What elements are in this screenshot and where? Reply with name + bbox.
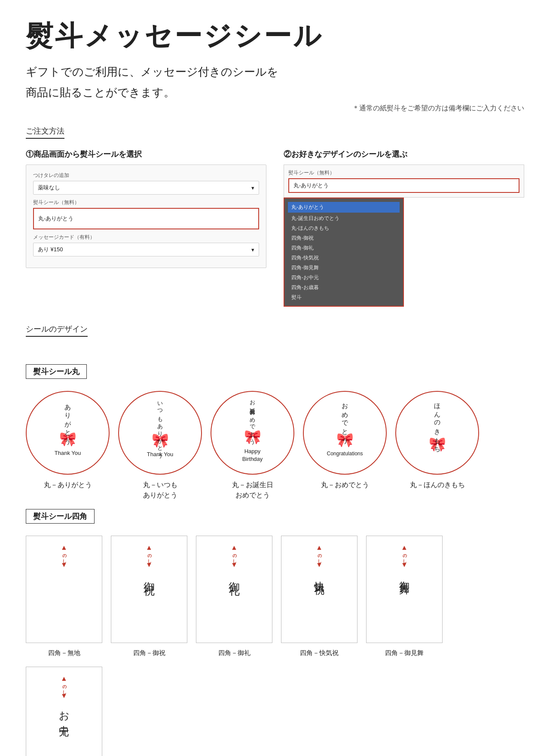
square-seal-muji: ▲ のし ▼ bbox=[26, 536, 102, 643]
mock-row-noshi: 熨斗シール（無料） 丸-ありがとう bbox=[33, 199, 259, 229]
circle-seal-arigatou: ありがとう 🎀 Thank You bbox=[26, 391, 110, 475]
list-item: ▲ のし ▼ 快気祝 四角－快気祝 bbox=[281, 536, 358, 658]
mock-select-noshi: 丸-ありがとう bbox=[33, 208, 259, 229]
square-seals-section: 熨斗シール四角 ▲ のし ▼ 四角－無地 ▲ のし ▼ 御祝 bbox=[26, 509, 524, 756]
square-seal-ochugen: ▲ のし ▼ お中元 bbox=[26, 667, 102, 756]
list-item: ▲ のし ▼ 御見舞 四角－御見舞 bbox=[366, 536, 443, 658]
mock-ui-right: 熨斗シール（無料） 丸-ありがとう 丸-ありがとう 丸-誕生日おめでとう 丸-ほ… bbox=[284, 165, 524, 307]
circle-seal-birthday: お誕生日おめでとう 🎀 HappyBirthday bbox=[211, 391, 294, 475]
list-item: ▲ のし ▼ お中元 四角－お中元 bbox=[26, 667, 102, 756]
order-method-steps: ①商品画面から熨斗シールを選択 つけタレの追加 薬味なし ▾ 熨斗シール（無料）… bbox=[26, 149, 524, 307]
square-seal-kaikiiwai: ▲ のし ▼ 快気祝 bbox=[281, 536, 358, 643]
circle-seals-list: ありがとう 🎀 Thank You 丸－ありがとう いつもありがとう 🎀 Tha… bbox=[26, 391, 524, 500]
design-section: シールのデザイン bbox=[26, 324, 524, 347]
mock-select-sauce: 薬味なし ▾ bbox=[33, 181, 259, 195]
square-seal-omimai: ▲ のし ▼ 御見舞 bbox=[366, 536, 443, 643]
circle-seal-honno: ほんのきもち 🎀 bbox=[395, 391, 479, 475]
square-category-label: 熨斗シール四角 bbox=[26, 509, 95, 524]
mock-dropdown: 丸-ありがとう 丸-誕生日おめでとう 丸-ほんのきもち 四角-御祝 四角-御礼 … bbox=[284, 198, 404, 307]
list-item: ほんのきもち 🎀 丸－ほんのきもち bbox=[395, 391, 479, 500]
list-item: お誕生日おめでとう 🎀 HappyBirthday 丸－お誕生日おめでとう bbox=[211, 391, 294, 500]
subtitle: ギフトでのご利用に、メッセージ付きのシールを 商品に貼ることができます。 bbox=[26, 63, 524, 101]
list-item: ▲ のし ▼ 御祝 四角－御祝 bbox=[111, 536, 187, 658]
list-item: いつもありがとう 🎀 Thank You 丸－いつもありがとう bbox=[118, 391, 202, 500]
order-method-section: ご注文方法 bbox=[26, 126, 524, 149]
circle-seal-omedetou: おめでとう 🎀 Congratulations bbox=[303, 391, 387, 475]
square-seal-orei: ▲ のし ▼ 御礼 bbox=[196, 536, 272, 643]
square-seals-list: ▲ のし ▼ 四角－無地 ▲ のし ▼ 御祝 四角－御祝 bbox=[26, 536, 524, 756]
square-seal-oiwai: ▲ のし ▼ 御祝 bbox=[111, 536, 187, 643]
mock-row-sauce: つけタレの追加 薬味なし ▾ bbox=[33, 172, 259, 195]
mock-row-card: メッセージカード（有料） あり ¥150 ▾ bbox=[33, 234, 259, 256]
note-text: ＊通常の紙熨斗をご希望の方は備考欄にご入力ください bbox=[26, 104, 524, 113]
list-item: ▲ のし ▼ 四角－無地 bbox=[26, 536, 102, 658]
list-item: ▲ のし ▼ 御礼 四角－御礼 bbox=[196, 536, 272, 658]
step2-title: ②お好きなデザインのシールを選ぶ bbox=[284, 149, 524, 159]
circle-category-label: 熨斗シール丸 bbox=[26, 364, 87, 379]
page-title: 熨斗メッセージシール bbox=[26, 17, 524, 55]
design-section-label: シールのデザイン bbox=[26, 324, 88, 337]
circle-seal-itsumo: いつもありがとう 🎀 Thank You bbox=[118, 391, 202, 475]
order-step-1: ①商品画面から熨斗シールを選択 つけタレの追加 薬味なし ▾ 熨斗シール（無料）… bbox=[26, 149, 266, 307]
mock-ui-left: つけタレの追加 薬味なし ▾ 熨斗シール（無料） 丸-ありがとう メッセージカー… bbox=[26, 165, 266, 268]
step1-title: ①商品画面から熨斗シールを選択 bbox=[26, 149, 266, 159]
mock-select-card: あり ¥150 ▾ bbox=[33, 243, 259, 256]
list-item: おめでとう 🎀 Congratulations 丸－おめでとう bbox=[303, 391, 387, 500]
order-section-label: ご注文方法 bbox=[26, 126, 64, 139]
circle-seals-section: 熨斗シール丸 ありがとう 🎀 Thank You 丸－ありがとう いつもありがと… bbox=[26, 364, 524, 500]
list-item: ありがとう 🎀 Thank You 丸－ありがとう bbox=[26, 391, 110, 500]
order-step-2: ②お好きなデザインのシールを選ぶ 熨斗シール（無料） 丸-ありがとう 丸-ありが… bbox=[284, 149, 524, 307]
